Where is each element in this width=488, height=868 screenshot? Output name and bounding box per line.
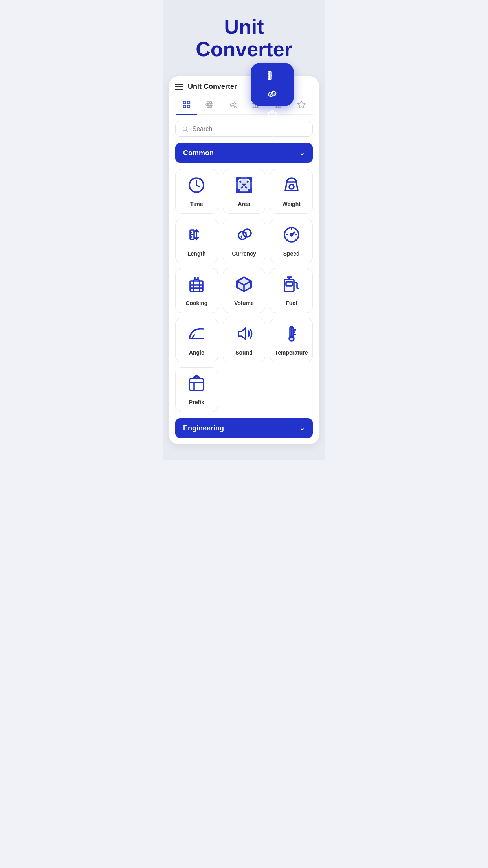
length-label: Length bbox=[187, 250, 206, 257]
card-title: Unit Converter bbox=[188, 83, 237, 91]
svg-point-15 bbox=[271, 134, 274, 136]
svg-line-65 bbox=[295, 239, 297, 240]
svg-rect-66 bbox=[190, 281, 203, 291]
svg-text:KG: KG bbox=[270, 114, 274, 116]
search-icon bbox=[182, 125, 188, 132]
svg-text:£: £ bbox=[242, 232, 244, 236]
sound-icon bbox=[235, 324, 253, 346]
grid-item-fuel[interactable]: Fuel bbox=[270, 268, 313, 313]
svg-text:£: £ bbox=[270, 94, 272, 96]
grid-item-cooking[interactable]: Cooking bbox=[175, 268, 218, 313]
angle-icon bbox=[187, 324, 206, 346]
svg-line-28 bbox=[233, 102, 236, 104]
svg-rect-19 bbox=[183, 101, 186, 104]
grid-item-temperature[interactable]: Temperature bbox=[270, 318, 313, 362]
app-icon-currency: £ $€ bbox=[264, 86, 281, 103]
engineering-chevron-icon: ⌄ bbox=[299, 424, 305, 432]
svg-rect-27 bbox=[230, 103, 233, 107]
svg-rect-77 bbox=[286, 282, 292, 286]
grid-item-volume[interactable]: Volume bbox=[223, 268, 266, 313]
grid-item-prefix[interactable]: Prefix bbox=[175, 367, 218, 412]
prefix-icon bbox=[187, 374, 206, 395]
time-icon bbox=[187, 176, 206, 197]
common-label: Common bbox=[183, 149, 214, 157]
grid-item-length[interactable]: Length bbox=[175, 219, 218, 263]
app-icon-temperature bbox=[264, 123, 281, 141]
svg-rect-88 bbox=[189, 379, 204, 390]
sound-label: Sound bbox=[235, 349, 253, 356]
tab-atom[interactable] bbox=[199, 97, 220, 114]
grid-item-currency[interactable]: ¥ £ $ Currency bbox=[223, 219, 266, 263]
area-icon bbox=[235, 176, 253, 197]
engineering-label: Engineering bbox=[183, 424, 224, 432]
grid-item-speed[interactable]: Speed bbox=[270, 219, 313, 263]
menu-button[interactable] bbox=[175, 84, 183, 90]
svg-rect-21 bbox=[183, 105, 186, 108]
app-title: Unit Converter bbox=[171, 16, 317, 61]
speed-label: Speed bbox=[283, 250, 300, 257]
grid-item-sound[interactable]: Sound bbox=[223, 318, 266, 362]
currency-icon: ¥ £ $ bbox=[235, 225, 253, 246]
fuel-label: Fuel bbox=[286, 300, 297, 306]
grid-item-area[interactable]: Area bbox=[223, 169, 266, 214]
weight-label: Weight bbox=[282, 201, 300, 207]
grid-item-weight[interactable]: Weight bbox=[270, 169, 313, 214]
screen: Unit Converter £ $€ bbox=[163, 0, 325, 460]
svg-point-40 bbox=[183, 127, 187, 131]
weight-icon bbox=[282, 176, 301, 197]
fuel-icon bbox=[282, 275, 301, 296]
converter-grid: Time Area bbox=[175, 169, 313, 412]
svg-text:$: $ bbox=[245, 232, 247, 236]
grid-item-time[interactable]: Time bbox=[175, 169, 218, 214]
main-card: Unit Converter bbox=[169, 76, 319, 444]
svg-point-60 bbox=[290, 234, 293, 236]
svg-rect-20 bbox=[187, 101, 190, 104]
cooking-label: Cooking bbox=[185, 300, 207, 306]
volume-icon bbox=[235, 275, 253, 296]
svg-point-47 bbox=[289, 184, 294, 189]
tab-favorites[interactable] bbox=[291, 97, 312, 114]
angle-label: Angle bbox=[189, 349, 204, 356]
svg-rect-22 bbox=[187, 105, 190, 108]
common-chevron-icon: ⌄ bbox=[299, 149, 305, 157]
svg-line-29 bbox=[234, 103, 236, 106]
svg-line-64 bbox=[286, 239, 288, 240]
engineering-section-header[interactable]: Engineering ⌄ bbox=[175, 418, 313, 438]
volume-label: Volume bbox=[234, 300, 254, 306]
speed-icon bbox=[282, 225, 301, 246]
svg-marker-81 bbox=[238, 328, 246, 339]
area-label: Area bbox=[238, 201, 250, 207]
title-section: Unit Converter bbox=[163, 0, 325, 68]
length-icon bbox=[187, 225, 206, 246]
svg-text:$€: $€ bbox=[272, 93, 275, 95]
svg-point-55 bbox=[243, 229, 251, 237]
app-icon[interactable]: £ $€ KG bbox=[251, 63, 294, 106]
prefix-label: Prefix bbox=[189, 399, 204, 405]
svg-line-41 bbox=[186, 130, 188, 132]
currency-label: Currency bbox=[232, 250, 256, 257]
temperature-icon bbox=[282, 324, 301, 346]
common-section-header[interactable]: Common ⌄ bbox=[175, 143, 313, 163]
app-icon-ruler bbox=[264, 67, 281, 84]
tab-satellite[interactable] bbox=[222, 97, 243, 114]
search-input[interactable] bbox=[192, 125, 306, 132]
svg-point-23 bbox=[209, 104, 211, 106]
svg-marker-39 bbox=[298, 101, 305, 108]
search-box[interactable] bbox=[175, 121, 313, 137]
cooking-icon bbox=[187, 275, 206, 296]
temperature-label: Temperature bbox=[275, 349, 308, 356]
tab-grid[interactable] bbox=[176, 97, 197, 114]
grid-item-angle[interactable]: Angle bbox=[175, 318, 218, 362]
app-icon-weight: KG bbox=[264, 105, 281, 122]
time-label: Time bbox=[190, 201, 203, 207]
